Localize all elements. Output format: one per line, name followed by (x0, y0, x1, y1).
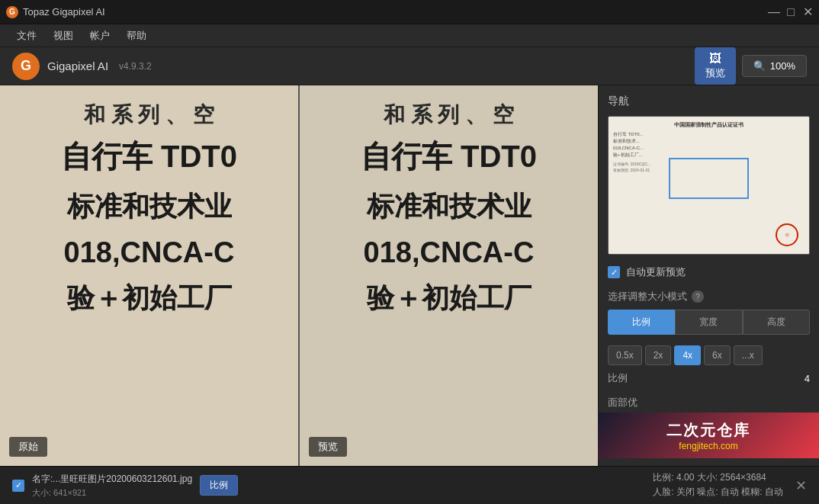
preview-image: 和 系 列 、 空 自行车 TDT0 标准和技术业 018,CNCA-C 验＋初… (300, 85, 598, 466)
tab-scale[interactable]: 比例 (608, 310, 675, 335)
preview-icon: 🖼 (709, 52, 721, 66)
menu-help[interactable]: 帮助 (119, 26, 154, 46)
scale-label: 比例 (608, 371, 628, 385)
original-label: 原始 (9, 437, 47, 457)
scale-6x[interactable]: 6x (704, 345, 731, 365)
logo-icon: G (12, 53, 40, 80)
auto-update-row[interactable]: 自动更新预览 (608, 265, 810, 279)
title-bar-left: G Topaz Gigapixel AI (6, 6, 105, 18)
scale-button-group: 0.5x 2x 4x 6x ...x (608, 345, 810, 365)
status-checkbox[interactable] (12, 480, 24, 492)
status-bar: 名字:...里旺旺图片20200603212601.jpg 大小: 641×92… (0, 466, 819, 504)
maximize-button[interactable]: □ (785, 7, 796, 18)
app-logo: G Gigapixel AI v4.9.3.2 (12, 53, 152, 80)
status-right: 比例: 4.00 大小: 2564×3684 人脸: 关闭 噪点: 自动 模糊:… (653, 471, 807, 500)
tab-width[interactable]: 宽度 (675, 310, 742, 335)
nav-title: 导航 (608, 95, 810, 108)
scale-value: 4 (805, 373, 810, 384)
image-panel: 和 系 列 、 空 自行车 TDT0 标准和技术业 018,CNCA-C 验＋初… (0, 85, 598, 466)
face-label: 面部优 (608, 396, 638, 409)
nav-thumb-image: 中国国家强制性产品认证证书 自行车 TDT0... 标准和技术... 018,C… (609, 117, 809, 254)
close-window-button[interactable]: ✕ (802, 7, 813, 18)
nav-highlight (669, 158, 749, 199)
header-actions: 🖼 预览 🔍 100% (695, 47, 807, 85)
window-controls[interactable]: — □ ✕ (769, 7, 813, 18)
tab-height[interactable]: 高度 (743, 310, 810, 335)
preview-label: 预览 (705, 66, 725, 80)
menu-bar: 文件 视图 帐户 帮助 (0, 24, 819, 47)
app-icon: G (6, 6, 18, 18)
zoom-label: 100% (770, 60, 795, 72)
apply-button[interactable]: 开始处理 (608, 416, 810, 438)
status-close-button[interactable]: ✕ (795, 477, 807, 494)
scale-detail: 比例: 4.00 大小: 2564×3684 (653, 471, 783, 484)
help-icon[interactable]: ? (692, 291, 704, 303)
scale-4x[interactable]: 4x (674, 345, 701, 365)
app-header: G Gigapixel AI v4.9.3.2 🖼 预览 🔍 100% (0, 47, 819, 85)
menu-file[interactable]: 文件 (9, 26, 44, 46)
resize-tab-group[interactable]: 比例 宽度 高度 (608, 310, 810, 335)
face-detail: 人脸: 关闭 噪点: 自动 模糊: 自动 (653, 486, 783, 499)
scale-badge-button[interactable]: 比例 (200, 475, 238, 496)
status-filename: 名字:...里旺旺图片20200603212601.jpg (32, 473, 192, 486)
zoom-icon: 🔍 (753, 60, 766, 72)
status-left: 名字:...里旺旺图片20200603212601.jpg 大小: 641×92… (12, 473, 238, 499)
preview-button[interactable]: 🖼 预览 (695, 47, 736, 85)
face-section: 面部优 (608, 396, 810, 409)
title-bar: G Topaz Gigapixel AI — □ ✕ (0, 0, 819, 24)
preview-panel: 和 系 列 、 空 自行车 TDT0 标准和技术业 018,CNCA-C 验＋初… (300, 85, 598, 466)
original-panel: 和 系 列 、 空 自行车 TDT0 标准和技术业 018,CNCA-C 验＋初… (0, 85, 298, 466)
app-version: v4.9.3.2 (119, 61, 152, 72)
zoom-button[interactable]: 🔍 100% (742, 55, 807, 77)
scale-2x[interactable]: 2x (645, 345, 672, 365)
resize-mode-title: 选择调整大小模式 ? (608, 290, 810, 303)
app-name: Topaz Gigapixel AI (23, 6, 105, 18)
menu-view[interactable]: 视图 (46, 26, 81, 46)
minimize-button[interactable]: — (769, 7, 779, 18)
auto-update-checkbox[interactable] (608, 266, 620, 278)
scale-value-row: 比例 4 (608, 371, 810, 385)
right-panel: 导航 中国国家强制性产品认证证书 自行车 TDT0... 标准和技术... 01… (598, 85, 819, 466)
scale-custom[interactable]: ...x (734, 345, 763, 365)
nav-thumbnail: 中国国家强制性产品认证证书 自行车 TDT0... 标准和技术... 018,C… (608, 116, 810, 255)
resize-mode-label: 选择调整大小模式 (608, 290, 687, 303)
auto-update-label: 自动更新预览 (626, 265, 686, 279)
main-content: 和 系 列 、 空 自行车 TDT0 标准和技术业 018,CNCA-C 验＋初… (0, 85, 819, 466)
status-details: 比例: 4.00 大小: 2564×3684 人脸: 关闭 噪点: 自动 模糊:… (653, 471, 783, 500)
status-filesize: 大小: 641×921 (32, 487, 192, 499)
app-title: Gigapixel AI (47, 59, 108, 72)
scale-0-5x[interactable]: 0.5x (608, 345, 642, 365)
status-info: 名字:...里旺旺图片20200603212601.jpg 大小: 641×92… (32, 473, 192, 499)
preview-label: 预览 (309, 437, 347, 457)
menu-account[interactable]: 帐户 (82, 26, 117, 46)
original-image: 和 系 列 、 空 自行车 TDT0 标准和技术业 018,CNCA-C 验＋初… (0, 85, 298, 466)
